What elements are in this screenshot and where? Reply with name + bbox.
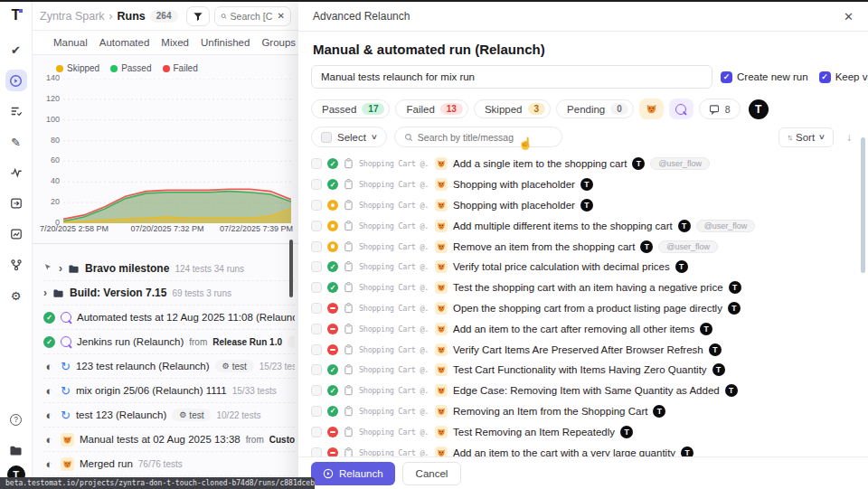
test-checkbox[interactable] xyxy=(311,282,322,293)
runs-tab[interactable]: Unfinished xyxy=(201,37,250,48)
test-title[interactable]: Shopping with placeholder xyxy=(453,200,575,211)
test-checkbox[interactable] xyxy=(311,200,322,211)
branch-icon[interactable] xyxy=(5,254,27,276)
tree-row[interactable]: Automated tests at 12 Aug 2025 11:08 (Re… xyxy=(43,306,295,330)
test-checkbox[interactable] xyxy=(311,406,322,417)
chart-plot[interactable] xyxy=(63,79,291,223)
search-clear-icon[interactable]: ✕ xyxy=(278,11,285,21)
test-checkbox[interactable] xyxy=(311,221,322,231)
test-checkbox[interactable] xyxy=(311,385,322,396)
test-row[interactable]: Shopping Cart @... Test Removing an Item… xyxy=(311,421,855,442)
test-row[interactable]: Shopping Cart @... Test Cart Functionali… xyxy=(311,360,855,381)
filter-button[interactable] xyxy=(186,6,210,26)
run-name[interactable]: Bravo milestone xyxy=(85,262,169,275)
test-checkbox[interactable] xyxy=(311,179,322,190)
test-row[interactable]: Shopping Cart @... Removing an Item from… xyxy=(311,401,855,422)
test-title[interactable]: Add an item to the cart with a very larg… xyxy=(453,447,675,456)
test-row[interactable]: Shopping Cart @... Edge Case: Removing I… xyxy=(311,381,855,401)
status-filter-pill[interactable]: Pending 0 xyxy=(556,99,634,118)
sort-dropdown[interactable]: ↑↓ Sort ∨ xyxy=(778,127,834,147)
run-name[interactable]: Automated tests at 12 Aug 2025 11:08 (Re… xyxy=(77,312,295,323)
run-name[interactable]: Jenkins run (Relaunch) xyxy=(77,336,184,347)
tree-row[interactable]: ↻ mix origin 25/06 (Relaunch) 1111 15/33… xyxy=(43,379,295,403)
test-title[interactable]: Test Removing an Item Repeatedly xyxy=(453,427,615,437)
test-row[interactable]: Shopping Cart @... Add an item to the ca… xyxy=(311,318,855,339)
tree-row[interactable]: Manual tests at 02 Aug 2025 13:38 from C… xyxy=(43,428,295,452)
export-box-icon[interactable] xyxy=(5,193,27,214)
test-title[interactable]: Edge Case: Removing Item with Same Quant… xyxy=(453,385,720,396)
test-title[interactable]: Add an item to the cart after removing a… xyxy=(453,324,694,334)
run-name[interactable]: Merged run xyxy=(80,458,133,469)
status-filter-pill[interactable]: Skipped 3 xyxy=(474,99,551,118)
test-title[interactable]: Open the shopping cart from a product li… xyxy=(453,303,722,314)
help-icon[interactable]: ? xyxy=(5,409,27,430)
chevron-right-icon[interactable]: › xyxy=(43,287,47,299)
automation-q-filter-button[interactable] xyxy=(669,99,693,119)
runs-search-box[interactable]: ✕ xyxy=(214,6,292,26)
test-checkbox[interactable] xyxy=(311,324,322,334)
breadcrumb-section[interactable]: Runs xyxy=(118,10,146,23)
chevron-right-icon[interactable]: › xyxy=(59,262,62,275)
checkbox-option[interactable]: ✓ Create new run xyxy=(721,71,808,83)
comments-filter-button[interactable]: 8 xyxy=(699,99,741,119)
test-row[interactable]: Shopping Cart @... Shopping with placeho… xyxy=(311,195,855,216)
test-title[interactable]: Test the shopping cart with an item havi… xyxy=(453,282,723,293)
checkbox-option[interactable]: ✓ Keep values ? xyxy=(819,71,868,83)
tests-search-box[interactable] xyxy=(394,127,562,147)
status-filter-pill[interactable]: Passed 17 xyxy=(311,99,390,118)
panel-scrollbar[interactable] xyxy=(289,240,293,297)
run-name[interactable]: mix origin 25/06 (Relaunch) 1111 xyxy=(76,385,227,396)
check-icon[interactable]: ✔ xyxy=(5,39,27,61)
test-title[interactable]: Verify Cart Items Are Preserved After Br… xyxy=(453,344,703,355)
test-row[interactable]: Shopping Cart @... Verify total price ca… xyxy=(311,257,855,277)
select-dropdown[interactable]: Select ∨ xyxy=(311,127,387,147)
test-checkbox[interactable] xyxy=(311,427,322,437)
test-title[interactable]: Add multiple different items to the shop… xyxy=(453,221,673,231)
test-checkbox[interactable] xyxy=(311,344,322,355)
test-checkbox[interactable] xyxy=(311,158,322,169)
run-name[interactable]: 123 test relaunch (Relaunch) xyxy=(76,361,210,371)
test-row[interactable]: Shopping Cart @... Shopping with placeho… xyxy=(311,174,855,195)
checkbox-icon[interactable]: ✓ xyxy=(721,71,732,83)
test-checkbox[interactable] xyxy=(311,364,322,375)
manual-fox-filter-button[interactable] xyxy=(639,99,664,119)
test-row[interactable]: Shopping Cart @... Remove an item from t… xyxy=(311,236,855,257)
test-checkbox[interactable] xyxy=(311,447,322,456)
settings-gear-icon[interactable]: ⚙ xyxy=(5,285,27,306)
cancel-button[interactable]: Cancel xyxy=(402,462,462,485)
app-logo-icon[interactable]: T xyxy=(12,7,21,24)
runs-tab[interactable]: Manual xyxy=(53,37,88,48)
test-checkbox[interactable] xyxy=(311,241,322,252)
test-row[interactable]: Shopping Cart @... Add a single item to … xyxy=(311,154,855,174)
runs-search-input[interactable] xyxy=(231,11,274,22)
run-name[interactable]: Manual tests at 02 Aug 2025 13:38 xyxy=(80,434,241,445)
test-title[interactable]: Add a single item to the shopping cart xyxy=(453,158,627,169)
test-title[interactable]: Removing an Item from the Shopping Cart xyxy=(453,406,647,417)
test-checkbox[interactable] xyxy=(311,303,322,314)
list-check-icon[interactable] xyxy=(5,100,27,122)
runs-play-icon[interactable] xyxy=(5,70,27,91)
tree-row[interactable]: › Bravo milestone 124 tests 34 runs xyxy=(43,257,295,281)
close-icon[interactable]: ✕ xyxy=(844,10,854,24)
status-filter-pill[interactable]: Failed 13 xyxy=(395,99,467,118)
breadcrumb-project[interactable]: Zyntra Spark xyxy=(40,10,105,23)
checkbox-icon[interactable]: ✓ xyxy=(819,71,831,83)
test-row[interactable]: Shopping Cart @... Add multiple differen… xyxy=(311,215,855,236)
test-row[interactable]: Shopping Cart @... Verify Cart Items Are… xyxy=(311,339,855,360)
runs-tab[interactable]: Groups xyxy=(261,37,296,48)
run-name[interactable]: test 123 (Relaunch) xyxy=(76,409,166,420)
test-row[interactable]: Shopping Cart @... Test the shopping car… xyxy=(311,277,855,298)
tree-row[interactable]: ↻ test 123 (Relaunch) ⚙test 10/22 tests xyxy=(43,403,295,428)
relaunch-button[interactable]: Relaunch xyxy=(311,462,395,485)
test-title[interactable]: Shopping with placeholder xyxy=(453,179,575,190)
test-title[interactable]: Test Cart Functionality with Items Havin… xyxy=(453,364,707,375)
test-row[interactable]: Shopping Cart @... Add an item to the ca… xyxy=(311,442,855,456)
tree-row[interactable]: Merged run 76/76 tests xyxy=(43,452,295,476)
assignee-avatar[interactable]: T xyxy=(749,99,769,119)
report-image-icon[interactable] xyxy=(5,223,27,245)
test-title[interactable]: Verify total price calculation with deci… xyxy=(453,261,670,272)
analytics-pulse-icon[interactable] xyxy=(5,162,27,183)
run-name-input[interactable] xyxy=(311,65,712,89)
runs-tab[interactable]: Automated xyxy=(99,37,150,48)
tree-row[interactable]: Jenkins run (Relaunch) from Release Run … xyxy=(43,330,295,354)
